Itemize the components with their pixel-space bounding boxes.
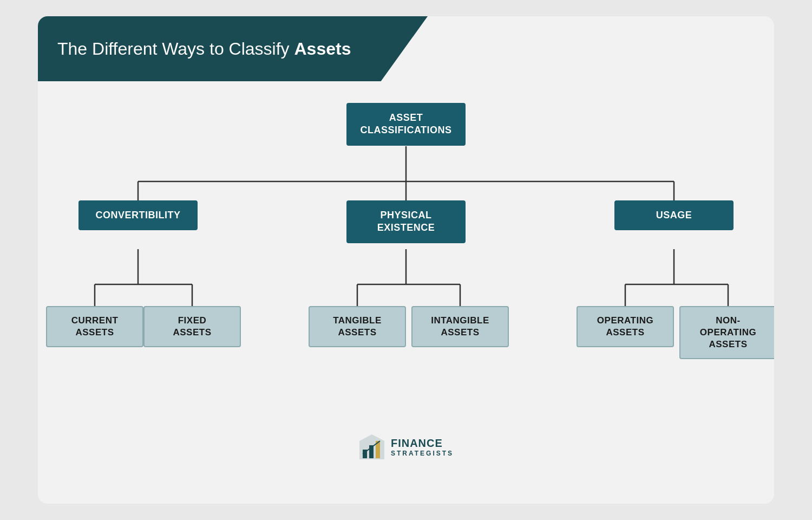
page-title: The Different Ways to Classify Assets <box>57 38 351 59</box>
footer-logo: FINANCE STRATEGISTS <box>38 433 774 460</box>
logo-text: FINANCE STRATEGISTS <box>391 437 454 457</box>
usage-node: USAGE <box>614 200 734 230</box>
physical-existence-node: PHYSICAL EXISTENCE <box>346 200 466 243</box>
fixed-assets-node: FIXED ASSETS <box>143 306 241 347</box>
tangible-assets-node: TANGIBLE ASSETS <box>309 306 406 347</box>
finance-strategists-logo-icon <box>358 433 385 460</box>
convertibility-node: CONVERTIBILITY <box>78 200 198 230</box>
main-card: The Different Ways to Classify Assets <box>38 16 774 504</box>
diagram-wrapper: ASSET CLASSIFICATIONS CONVERTIBILITY PHY… <box>38 81 774 417</box>
header-banner: The Different Ways to Classify Assets <box>38 16 428 81</box>
intangible-assets-node: INTANGIBLE ASSETS <box>411 306 509 347</box>
non-operating-assets-node: NON- OPERATING ASSETS <box>679 306 774 359</box>
root-node: ASSET CLASSIFICATIONS <box>346 103 466 146</box>
current-assets-node: CURRENT ASSETS <box>46 306 143 347</box>
operating-assets-node: OPERATING ASSETS <box>577 306 674 347</box>
